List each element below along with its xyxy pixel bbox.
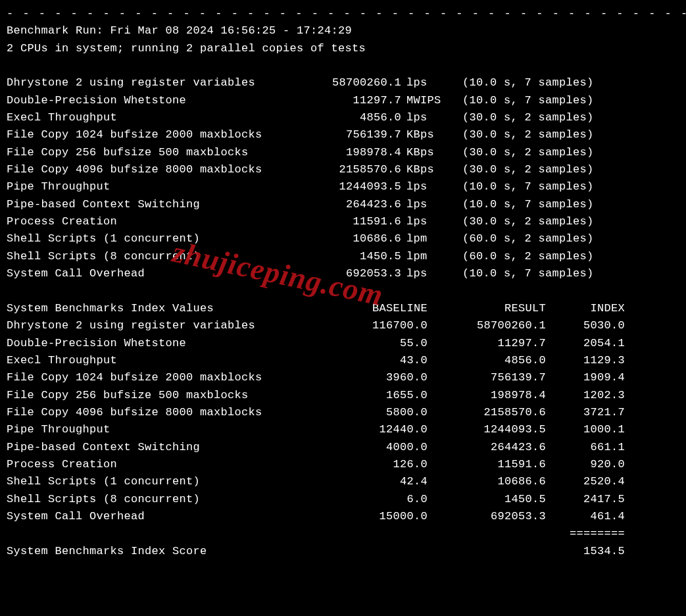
result-name: Process Creation bbox=[7, 213, 283, 230]
result-name: File Copy 1024 bufsize 2000 maxblocks bbox=[7, 126, 283, 143]
result-paren: (10.0 s, 7 samples) bbox=[453, 265, 627, 282]
result-row: File Copy 1024 bufsize 2000 maxblocks756… bbox=[7, 126, 679, 143]
result-value: 692053.3 bbox=[283, 265, 401, 282]
result-value: 4856.0 bbox=[283, 109, 401, 126]
index-result: 58700260.1 bbox=[428, 317, 546, 334]
result-name: Dhrystone 2 using register variables bbox=[7, 74, 283, 91]
index-index: 3721.7 bbox=[546, 404, 625, 421]
score-row: System Benchmarks Index Score 1534.5 bbox=[7, 543, 679, 560]
index-name: Double-Precision Whetstone bbox=[7, 335, 283, 352]
index-result: 10686.6 bbox=[428, 473, 546, 490]
result-row: Shell Scripts (8 concurrent)1450.5lpm(60… bbox=[7, 248, 679, 265]
index-index: 661.1 bbox=[546, 439, 625, 456]
index-name: Shell Scripts (8 concurrent) bbox=[7, 491, 283, 508]
index-index: 461.4 bbox=[546, 508, 625, 525]
index-name: Pipe-based Context Switching bbox=[7, 439, 283, 456]
result-unit: lpm bbox=[401, 248, 453, 265]
result-value: 264423.6 bbox=[283, 196, 401, 213]
benchmark-run-line: Benchmark Run: Fri Mar 08 2024 16:56:25 … bbox=[7, 22, 679, 39]
result-name: Pipe Throughput bbox=[7, 178, 283, 195]
index-baseline: 55.0 bbox=[283, 335, 428, 352]
index-name: Execl Throughput bbox=[7, 352, 283, 369]
result-unit: lps bbox=[401, 265, 453, 282]
result-row: Process Creation11591.6lps(30.0 s, 2 sam… bbox=[7, 213, 679, 230]
index-baseline: 116700.0 bbox=[283, 317, 428, 334]
cpu-info-line: 2 CPUs in system; running 2 parallel cop… bbox=[7, 40, 679, 57]
index-index: 920.0 bbox=[546, 456, 625, 473]
index-row: Process Creation126.011591.6920.0 bbox=[7, 456, 679, 473]
index-row: Shell Scripts (8 concurrent)6.01450.5241… bbox=[7, 491, 679, 508]
index-result: 1244093.5 bbox=[428, 421, 546, 438]
index-row: Pipe-based Context Switching4000.0264423… bbox=[7, 439, 679, 456]
result-name: File Copy 4096 bufsize 8000 maxblocks bbox=[7, 161, 283, 178]
result-value: 1450.5 bbox=[283, 248, 401, 265]
index-row: Pipe Throughput12440.01244093.51000.1 bbox=[7, 421, 679, 438]
index-result: 198978.4 bbox=[428, 387, 546, 404]
index-row: Dhrystone 2 using register variables1167… bbox=[7, 317, 679, 334]
index-index: 2417.5 bbox=[546, 491, 625, 508]
blank-line bbox=[7, 283, 679, 300]
index-name: File Copy 256 bufsize 500 maxblocks bbox=[7, 387, 283, 404]
result-name: File Copy 256 bufsize 500 maxblocks bbox=[7, 144, 283, 161]
result-row: Pipe Throughput1244093.5lps(10.0 s, 7 sa… bbox=[7, 178, 679, 195]
result-row: System Call Overhead692053.3lps(10.0 s, … bbox=[7, 265, 679, 282]
index-result: 11297.7 bbox=[428, 335, 546, 352]
index-header-title: System Benchmarks Index Values bbox=[7, 300, 283, 317]
index-index: 1202.3 bbox=[546, 387, 625, 404]
index-result: 11591.6 bbox=[428, 456, 546, 473]
equals-line: ======== bbox=[7, 525, 679, 542]
index-index: 1129.3 bbox=[546, 352, 625, 369]
index-name: File Copy 4096 bufsize 8000 maxblocks bbox=[7, 404, 283, 421]
index-header-row: System Benchmarks Index Values BASELINE … bbox=[7, 300, 679, 317]
index-header-baseline: BASELINE bbox=[283, 300, 428, 317]
index-result: 1450.5 bbox=[428, 491, 546, 508]
index-baseline: 4000.0 bbox=[283, 439, 428, 456]
result-paren: (60.0 s, 2 samples) bbox=[453, 248, 627, 265]
index-row: File Copy 1024 bufsize 2000 maxblocks396… bbox=[7, 369, 679, 386]
index-result: 4856.0 bbox=[428, 352, 546, 369]
index-index: 2520.4 bbox=[546, 473, 625, 490]
results-block: Dhrystone 2 using register variables5870… bbox=[7, 74, 679, 282]
index-row: File Copy 256 bufsize 500 maxblocks1655.… bbox=[7, 387, 679, 404]
result-row: Double-Precision Whetstone11297.7MWIPS(1… bbox=[7, 92, 679, 109]
result-paren: (10.0 s, 7 samples) bbox=[453, 92, 627, 109]
score-label: System Benchmarks Index Score bbox=[7, 543, 546, 560]
index-name: Process Creation bbox=[7, 456, 283, 473]
index-baseline: 5800.0 bbox=[283, 404, 428, 421]
index-header-index: INDEX bbox=[546, 300, 625, 317]
result-unit: KBps bbox=[401, 161, 453, 178]
index-header-result: RESULT bbox=[428, 300, 546, 317]
separator-line: - - - - - - - - - - - - - - - - - - - - … bbox=[7, 5, 679, 22]
index-row: Double-Precision Whetstone55.011297.7205… bbox=[7, 335, 679, 352]
index-name: System Call Overhead bbox=[7, 508, 283, 525]
result-paren: (10.0 s, 7 samples) bbox=[453, 74, 627, 91]
index-name: Pipe Throughput bbox=[7, 421, 283, 438]
result-unit: lps bbox=[401, 109, 453, 126]
result-paren: (30.0 s, 2 samples) bbox=[453, 126, 627, 143]
index-baseline: 3960.0 bbox=[283, 369, 428, 386]
index-baseline: 6.0 bbox=[283, 491, 428, 508]
result-row: Execl Throughput4856.0lps(30.0 s, 2 samp… bbox=[7, 109, 679, 126]
index-block: Dhrystone 2 using register variables1167… bbox=[7, 317, 679, 525]
index-name: Dhrystone 2 using register variables bbox=[7, 317, 283, 334]
result-unit: lps bbox=[401, 74, 453, 91]
index-row: Execl Throughput43.04856.01129.3 bbox=[7, 352, 679, 369]
result-paren: (30.0 s, 2 samples) bbox=[453, 144, 627, 161]
blank-line bbox=[7, 57, 679, 74]
index-baseline: 43.0 bbox=[283, 352, 428, 369]
result-value: 11591.6 bbox=[283, 213, 401, 230]
result-paren: (30.0 s, 2 samples) bbox=[453, 109, 627, 126]
result-paren: (30.0 s, 2 samples) bbox=[453, 213, 627, 230]
index-result: 264423.6 bbox=[428, 439, 546, 456]
result-row: Dhrystone 2 using register variables5870… bbox=[7, 74, 679, 91]
index-result: 756139.7 bbox=[428, 369, 546, 386]
result-paren: (10.0 s, 7 samples) bbox=[453, 178, 627, 195]
result-unit: KBps bbox=[401, 144, 453, 161]
result-name: Pipe-based Context Switching bbox=[7, 196, 283, 213]
result-value: 58700260.1 bbox=[283, 74, 401, 91]
result-value: 11297.7 bbox=[283, 92, 401, 109]
result-paren: (10.0 s, 7 samples) bbox=[453, 196, 627, 213]
index-baseline: 126.0 bbox=[283, 456, 428, 473]
index-index: 1000.1 bbox=[546, 421, 625, 438]
result-value: 1244093.5 bbox=[283, 178, 401, 195]
